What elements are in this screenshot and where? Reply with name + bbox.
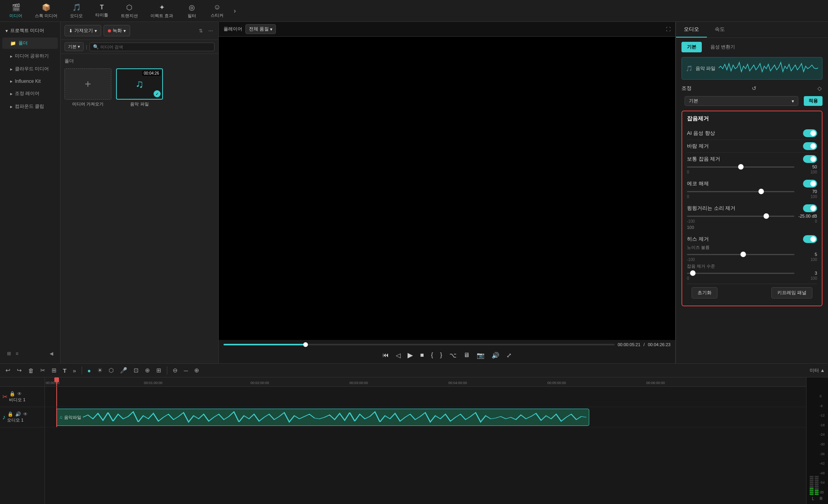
echo-remove-toggle[interactable] xyxy=(803,180,817,188)
nav-item-title[interactable]: T 타이틀 xyxy=(90,2,114,20)
audio-track-lock-icon[interactable]: 🔒 xyxy=(7,411,14,417)
keyframe-panel-button[interactable]: 키프레임 패널 xyxy=(771,287,812,298)
music-file-thumb[interactable]: 00:04:26 ♫ ✓ 음악 파일 xyxy=(116,68,163,107)
video-track-eye-icon[interactable]: 👁 xyxy=(17,391,22,397)
nav-item-effect[interactable]: ✦ 이펙트 효과 xyxy=(145,1,179,21)
apply-button[interactable]: 적용 xyxy=(804,96,823,106)
import-media-thumb[interactable]: + 미디어 가져오기 xyxy=(64,68,111,107)
ai-enhance-toggle[interactable] xyxy=(803,129,817,137)
list-icon[interactable]: ≡ xyxy=(14,349,20,358)
sidebar-item-adjust-layer[interactable]: ▸ 조정 레이어 xyxy=(2,88,58,99)
progress-bar[interactable] xyxy=(224,344,615,345)
rewind-button[interactable]: ⏮ xyxy=(381,350,390,360)
nav-item-transition[interactable]: ⬡ 트랜지션 xyxy=(115,1,143,21)
sidebar-item-share-media[interactable]: ▸ 미디어 공유하기 xyxy=(2,50,58,62)
hum-slider[interactable] xyxy=(687,216,794,217)
tab-audio[interactable]: 오디오 xyxy=(676,22,707,38)
more-tools-button[interactable]: » xyxy=(70,366,78,375)
normal-noise-slider[interactable] xyxy=(687,166,794,168)
media-grid: + 미디어 가져오기 00:04:26 ♫ ✓ 음악 파일 xyxy=(64,68,215,107)
volume-button[interactable]: 🔊 xyxy=(490,350,501,361)
audio-tab-voice-changer[interactable]: 음성 변환기 xyxy=(705,42,740,52)
chevron-right-icon-4: ▸ xyxy=(10,91,13,97)
reset-adjust-button[interactable]: ↺ xyxy=(751,84,757,92)
nav-item-media[interactable]: 🎬 미디어 xyxy=(4,1,28,21)
split-button[interactable]: ⌥ xyxy=(448,350,458,361)
noise-volume-slider[interactable] xyxy=(687,254,794,255)
video-track-lock-icon[interactable]: 🔒 xyxy=(9,391,16,397)
video-track-name: 비디오 1 xyxy=(9,397,42,403)
mark-out-button[interactable]: } xyxy=(438,350,444,360)
import-placeholder[interactable]: + xyxy=(64,68,111,100)
mark-in-button[interactable]: { xyxy=(429,350,435,360)
stop-button[interactable]: ■ xyxy=(418,350,426,360)
snap-button[interactable]: ⊡ xyxy=(131,365,141,375)
nav-item-audio[interactable]: 🎵 오디오 xyxy=(64,1,88,21)
view-mode-dropdown[interactable]: 기본 ▾ xyxy=(64,42,84,51)
meter-label[interactable]: 미터 ▲ xyxy=(810,367,825,374)
quality-dropdown[interactable]: 전체 품질 ▾ xyxy=(245,24,276,34)
quality-chevron-icon: ▾ xyxy=(270,27,272,32)
undo-button[interactable]: ↩ xyxy=(3,365,13,375)
collapse-sidebar-button[interactable]: ◀ xyxy=(48,349,55,358)
audio-track-volume-icon[interactable]: 🔊 xyxy=(15,411,21,417)
nav-item-sticker[interactable]: ☺ 스티커 xyxy=(205,1,229,21)
audio-tab-basic[interactable]: 기본 xyxy=(681,42,702,52)
audio-clip[interactable]: ♫ 음악파일 xyxy=(56,409,589,426)
hum-slider-row: -25.00 dB xyxy=(687,214,817,218)
reset-noise-button[interactable]: 초기화 xyxy=(692,287,717,298)
nav-item-stock-media[interactable]: 📦 스톡 미디어 xyxy=(29,1,63,21)
nav-item-filter[interactable]: ◎ 필터 xyxy=(180,1,204,21)
filter-sort-icon[interactable]: ⇅ xyxy=(197,27,204,35)
preview-expand-icon[interactable]: ⛶ xyxy=(666,27,671,32)
sidebar-item-influence-kit[interactable]: ▸ Influence Kit xyxy=(2,76,58,86)
sun-button[interactable]: ☀ xyxy=(95,365,105,375)
nav-label-title: 타이틀 xyxy=(95,12,108,18)
search-input[interactable] xyxy=(100,45,211,49)
audio-detach-button[interactable]: ⊞ xyxy=(49,365,59,375)
echo-slider[interactable] xyxy=(687,191,794,192)
delete-button[interactable]: 🗑 xyxy=(26,366,36,375)
mic-button[interactable]: 🎤 xyxy=(118,365,130,375)
cut-button[interactable]: ✂ xyxy=(38,365,48,375)
media-panel-toolbar: 기본 ▾ | 🔍 xyxy=(61,40,218,54)
hum-remove-toggle[interactable] xyxy=(803,204,817,212)
color-button[interactable]: ● xyxy=(85,366,93,375)
tab-speed[interactable]: 속도 xyxy=(707,22,733,38)
timeline-ruler[interactable]: 00:00:00 00:01:00:00 00:02:00:00 00:03:0… xyxy=(45,377,806,387)
sidebar-item-cloud-media[interactable]: ▸ 클라우드 미디어 xyxy=(2,63,58,75)
join-button[interactable]: ⊞ xyxy=(154,365,164,375)
preset-dropdown[interactable]: 기본 ▾ xyxy=(685,96,798,106)
zoom-out-button[interactable]: ⊖ xyxy=(170,365,180,375)
redo-button[interactable]: ↪ xyxy=(14,365,24,375)
audio-track-eye-icon[interactable]: 👁 xyxy=(23,411,28,417)
grid-icon[interactable]: ⊞ xyxy=(5,349,13,358)
vu-label-36: -36 xyxy=(819,452,824,456)
shield-button[interactable]: ⬡ xyxy=(106,365,116,375)
play-button[interactable]: ▶ xyxy=(406,349,415,361)
hiss-remove-toggle[interactable] xyxy=(803,235,817,243)
import-button[interactable]: ⬇ 가져오기 ▾ xyxy=(64,25,101,36)
fullscreen-button[interactable]: ⤢ xyxy=(505,350,513,361)
sticker-icon: ☺ xyxy=(213,3,220,11)
noise-volume-slider-row: 5 xyxy=(687,252,817,257)
snapshot-button[interactable]: 📷 xyxy=(475,350,486,361)
text-tool-button[interactable]: T xyxy=(61,366,69,375)
sidebar-item-folder[interactable]: 📁 폴더 xyxy=(2,38,58,49)
wind-remove-toggle[interactable] xyxy=(803,142,817,150)
video-track-header: ✂ 🔒 👁 비디오 1 xyxy=(0,387,45,407)
monitor-button[interactable]: 🖥 xyxy=(462,350,471,360)
removal-level-slider[interactable] xyxy=(687,273,794,274)
zoom-line-button[interactable]: ─ xyxy=(182,366,191,375)
zoom-in-button[interactable]: ⊕ xyxy=(192,365,202,375)
split-timeline-button[interactable]: ⊕ xyxy=(143,365,152,375)
sidebar-project-media[interactable]: ▾ 프로젝트 미디어 xyxy=(0,25,60,36)
normal-noise-value: 50 xyxy=(798,164,817,169)
normal-noise-toggle[interactable] xyxy=(803,155,817,163)
record-button[interactable]: 녹화 ▾ xyxy=(104,25,130,36)
keyframe-diamond-button[interactable]: ◇ xyxy=(817,84,823,92)
sidebar-item-compound-clip[interactable]: ▸ 컴파운드 클립 xyxy=(2,101,58,112)
prev-frame-button[interactable]: ◁ xyxy=(394,350,402,361)
more-options-icon[interactable]: ⋯ xyxy=(207,27,215,35)
nav-more-button[interactable]: › xyxy=(231,4,239,18)
